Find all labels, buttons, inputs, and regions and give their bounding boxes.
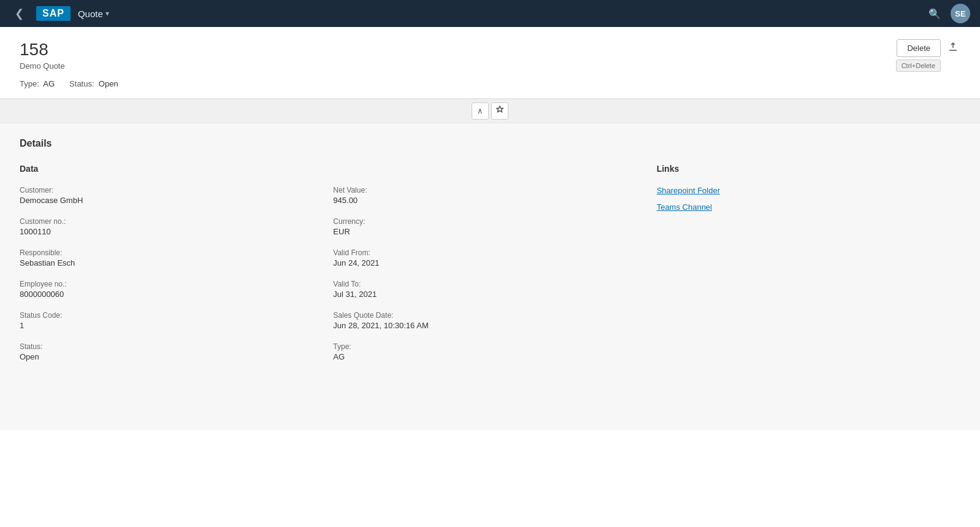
section-title: Details <box>20 138 960 149</box>
navbar-right: 🔍 SE <box>928 4 970 23</box>
collapse-button[interactable]: ∧ <box>472 102 489 120</box>
export-button[interactable] <box>946 39 960 56</box>
sales-quote-date-label: Sales Quote Date: <box>333 311 627 320</box>
shortcut-hint: Ctrl+Delete <box>896 60 941 72</box>
customer-field: Customer: Democase GmbH <box>20 186 313 205</box>
employee-no-label: Employee no.: <box>20 280 313 288</box>
status-value: Open <box>99 79 118 88</box>
sharepoint-folder-link[interactable]: Sharepoint Folder <box>657 186 960 195</box>
navbar-left: ❮ SAP Quote ▾ <box>10 4 109 23</box>
data-header: Data <box>20 164 313 174</box>
details-grid: Data Customer: Democase GmbH Customer no… <box>20 164 960 374</box>
currency-field: Currency: EUR <box>333 217 627 236</box>
type-value-field: AG <box>333 352 627 361</box>
nav-title-text: Quote <box>78 9 103 19</box>
customer-no-label: Customer no.: <box>20 217 313 226</box>
search-icon[interactable]: 🔍 <box>928 8 941 20</box>
pin-button[interactable] <box>491 102 508 120</box>
employee-no-field: Employee no.: 8000000060 <box>20 280 313 299</box>
chevron-down-icon: ▾ <box>105 9 109 18</box>
sales-quote-date-value: Jun 28, 2021, 10:30:16 AM <box>333 321 627 330</box>
teams-channel-link[interactable]: Teams Channel <box>657 202 960 212</box>
type-value: AG <box>43 79 55 88</box>
avatar[interactable]: SE <box>951 4 970 23</box>
links-column: Links Sharepoint Folder Teams Channel <box>647 164 960 374</box>
customer-label: Customer: <box>20 186 313 194</box>
net-value-label: Net Value: <box>333 186 627 194</box>
responsible-field: Responsible: Sebastian Esch <box>20 248 313 267</box>
record-meta: Type: AG Status: Open <box>20 79 960 88</box>
status-value-field: Open <box>20 352 313 361</box>
record-id: 158 <box>20 39 960 60</box>
customer-no-value: 1000110 <box>20 227 313 236</box>
status-label-field: Status: <box>20 342 313 351</box>
status-code-value: 1 <box>20 321 313 330</box>
links-header: Links <box>657 164 960 174</box>
status-label: Status: <box>69 79 94 88</box>
currency-value: EUR <box>333 227 627 236</box>
valid-to-value: Jul 31, 2021 <box>333 290 627 299</box>
status-field: Status: Open <box>20 342 313 361</box>
export-icon <box>948 43 958 53</box>
nav-title[interactable]: Quote ▾ <box>78 9 109 19</box>
type-label-field: Type: <box>333 342 627 351</box>
valid-from-label: Valid From: <box>333 248 627 257</box>
data-column-middle: Data Net Value: 945.00 Currency: EUR Val… <box>333 164 646 374</box>
employee-no-value: 8000000060 <box>20 290 313 299</box>
type-meta: Type: AG <box>20 79 55 88</box>
sap-logo: SAP <box>36 6 71 21</box>
toolbar-divider: ∧ <box>0 99 980 123</box>
collapse-icon: ∧ <box>477 106 483 115</box>
navbar: ❮ SAP Quote ▾ 🔍 SE <box>0 0 980 27</box>
valid-from-field: Valid From: Jun 24, 2021 <box>333 248 627 267</box>
status-code-label: Status Code: <box>20 311 313 320</box>
customer-no-field: Customer no.: 1000110 <box>20 217 313 236</box>
valid-from-value: Jun 24, 2021 <box>333 258 627 267</box>
header-actions: Delete Ctrl+Delete <box>896 39 960 72</box>
valid-to-label: Valid To: <box>333 280 627 288</box>
net-value-value: 945.00 <box>333 196 627 205</box>
back-icon: ❮ <box>15 7 24 20</box>
customer-value: Democase GmbH <box>20 196 313 205</box>
valid-to-field: Valid To: Jul 31, 2021 <box>333 280 627 299</box>
details-section: Details Data Customer: Democase GmbH Cus… <box>0 123 980 430</box>
data-column-left: Data Customer: Democase GmbH Customer no… <box>20 164 333 374</box>
type-label: Type: <box>20 79 39 88</box>
delete-button[interactable]: Delete <box>897 39 941 57</box>
record-subtitle: Demo Quote <box>20 61 960 71</box>
responsible-label: Responsible: <box>20 248 313 257</box>
responsible-value: Sebastian Esch <box>20 258 313 267</box>
status-meta: Status: Open <box>69 79 118 88</box>
net-value-field: Net Value: 945.00 <box>333 186 627 205</box>
type-field: Type: AG <box>333 342 627 361</box>
back-button[interactable]: ❮ <box>10 4 29 23</box>
content-area: Delete Ctrl+Delete 158 Demo Quote Type: … <box>0 27 980 527</box>
status-code-field: Status Code: 1 <box>20 311 313 330</box>
page-header: Delete Ctrl+Delete 158 Demo Quote Type: … <box>0 27 980 99</box>
pin-icon <box>496 106 504 116</box>
currency-label: Currency: <box>333 217 627 226</box>
sales-quote-date-field: Sales Quote Date: Jun 28, 2021, 10:30:16… <box>333 311 627 330</box>
